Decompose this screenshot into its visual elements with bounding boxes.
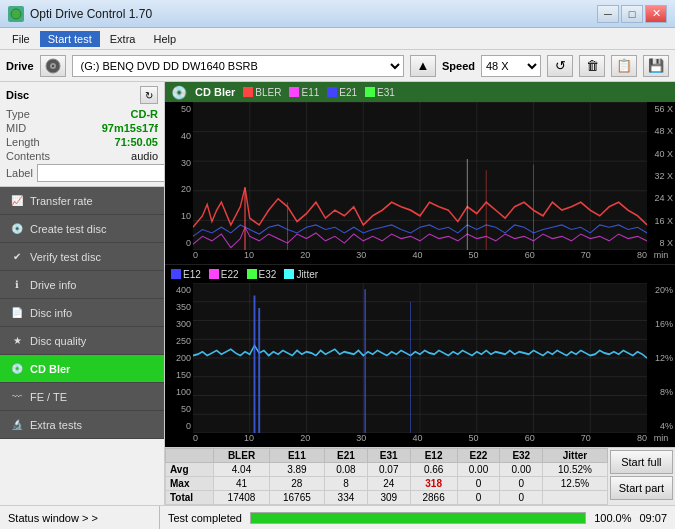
nav-transfer-rate[interactable]: 📈 Transfer rate	[0, 187, 164, 215]
chart1-y-0: 0	[167, 238, 191, 248]
chart2-yr-16: 16%	[649, 319, 673, 329]
copy-button[interactable]: 📋	[611, 55, 637, 77]
close-button[interactable]: ✕	[645, 5, 667, 23]
status-window-button[interactable]: Status window > >	[0, 506, 160, 529]
app-title: Opti Drive Control 1.70	[30, 7, 152, 21]
speed-label: Speed	[442, 60, 475, 72]
time-text: 09:07	[639, 512, 667, 524]
disc-label-input[interactable]	[37, 164, 165, 182]
chart1-legend-e11: E11	[289, 87, 319, 98]
chart1-x-30: 30	[356, 250, 366, 264]
stats-total-jitter	[543, 491, 608, 505]
disc-contents-key: Contents	[6, 150, 50, 162]
menu-extra[interactable]: Extra	[102, 31, 144, 47]
chart2-x-20: 20	[300, 433, 310, 447]
chart2-yr-12: 12%	[649, 353, 673, 363]
menu-help[interactable]: Help	[145, 31, 184, 47]
chart2-y-400: 400	[167, 285, 191, 295]
disc-contents-val: audio	[131, 150, 158, 162]
stats-max-e11: 28	[269, 477, 324, 491]
drive-select[interactable]: (G:) BENQ DVD DD DW1640 BSRB	[72, 55, 404, 77]
chart1-area	[193, 102, 647, 250]
chart1-x-10: 10	[244, 250, 254, 264]
nav-extra-tests[interactable]: 🔬 Extra tests	[0, 411, 164, 439]
progress-bar-background	[250, 512, 586, 524]
chart2-x-0: 0	[193, 433, 198, 447]
menu-start-test[interactable]: Start test	[40, 31, 100, 47]
status-window-label: Status window > >	[8, 512, 98, 524]
minimize-button[interactable]: ─	[597, 5, 619, 23]
stats-avg-jitter: 10.52%	[543, 463, 608, 477]
start-full-button[interactable]: Start full	[610, 450, 673, 474]
start-part-button[interactable]: Start part	[610, 476, 673, 500]
stats-total-e21: 334	[325, 491, 368, 505]
maximize-button[interactable]: □	[621, 5, 643, 23]
save-button[interactable]: 💾	[643, 55, 669, 77]
chart1-yr-48: 48 X	[649, 126, 673, 136]
chart1-yr-40: 40 X	[649, 149, 673, 159]
drive-icon-btn[interactable]	[40, 55, 66, 77]
chart1-y-20: 20	[167, 184, 191, 194]
e32-legend-label: E32	[259, 269, 277, 280]
col-header-e32: E32	[500, 449, 543, 463]
chart1-x-80: 80	[637, 250, 647, 264]
nav-drive-info[interactable]: ℹ Drive info	[0, 271, 164, 299]
right-content: 💿 CD Bler BLER E11 E21 E31	[165, 82, 675, 505]
stats-max-label: Max	[166, 477, 214, 491]
nav-disc-quality[interactable]: ★ Disc quality	[0, 327, 164, 355]
nav-drive-info-label: Drive info	[30, 279, 76, 291]
nav-disc-info[interactable]: 📄 Disc info	[0, 299, 164, 327]
chart2-area	[193, 283, 647, 433]
chart1-yr-24: 24 X	[649, 193, 673, 203]
transfer-rate-icon: 📈	[10, 194, 24, 208]
stats-avg-e11: 3.89	[269, 463, 324, 477]
nav-cd-bler[interactable]: 💿 CD Bler	[0, 355, 164, 383]
chart2-legend-jitter: Jitter	[284, 269, 318, 280]
eject-button[interactable]: ▲	[410, 55, 436, 77]
cd-bler-icon: 💿	[10, 362, 24, 376]
nav-create-test-disc[interactable]: 💿 Create test disc	[0, 215, 164, 243]
col-header-empty	[166, 449, 214, 463]
stats-row-total: Total 17408 16765 334 309 2866 0 0	[166, 491, 608, 505]
chart1-x-40: 40	[412, 250, 422, 264]
chart1-x-0: 0	[193, 250, 198, 264]
chart1-yr-16: 16 X	[649, 216, 673, 226]
stats-avg-e12: 0.66	[410, 463, 457, 477]
nav-cd-bler-label: CD Bler	[30, 363, 70, 375]
disc-refresh-button[interactable]: ↻	[140, 86, 158, 104]
drive-info-icon: ℹ	[10, 278, 24, 292]
col-header-jitter: Jitter	[543, 449, 608, 463]
disc-quality-icon: ★	[10, 334, 24, 348]
chart2-y-150: 150	[167, 370, 191, 380]
nav-disc-info-label: Disc info	[30, 307, 72, 319]
nav-extra-tests-label: Extra tests	[30, 419, 82, 431]
e22-legend-label: E22	[221, 269, 239, 280]
stats-row-avg: Avg 4.04 3.89 0.08 0.07 0.66 0.00 0.00 1…	[166, 463, 608, 477]
fe-te-icon: 〰	[10, 390, 24, 404]
e12-legend-label: E12	[183, 269, 201, 280]
stats-total-e11: 16765	[269, 491, 324, 505]
e21-legend-label: E21	[339, 87, 357, 98]
title-bar: Opti Drive Control 1.70 ─ □ ✕	[0, 0, 675, 28]
stats-table: BLER E11 E21 E31 E12 E22 E32 Jitter	[165, 448, 608, 505]
chart2-yr-4: 4%	[649, 421, 673, 431]
stats-avg-e31: 0.07	[367, 463, 410, 477]
menu-file[interactable]: File	[4, 31, 38, 47]
svg-point-0	[11, 9, 21, 19]
col-header-e11: E11	[269, 449, 324, 463]
chart2-x-70: 70	[581, 433, 591, 447]
chart2-y-200: 200	[167, 353, 191, 363]
stats-area: BLER E11 E21 E31 E12 E22 E32 Jitter	[165, 447, 675, 505]
chart2-x-10: 10	[244, 433, 254, 447]
e11-legend-label: E11	[301, 87, 319, 98]
chart1-legend-e31: E31	[365, 87, 395, 98]
disc-type-key: Type	[6, 108, 30, 120]
erase-button[interactable]: 🗑	[579, 55, 605, 77]
chart2-legend-e32: E32	[247, 269, 277, 280]
extra-tests-icon: 🔬	[10, 418, 24, 432]
stats-avg-e21: 0.08	[325, 463, 368, 477]
nav-verify-test-disc[interactable]: ✔ Verify test disc	[0, 243, 164, 271]
nav-fe-te[interactable]: 〰 FE / TE	[0, 383, 164, 411]
speed-apply-button[interactable]: ↺	[547, 55, 573, 77]
speed-select[interactable]: 48 X	[481, 55, 541, 77]
